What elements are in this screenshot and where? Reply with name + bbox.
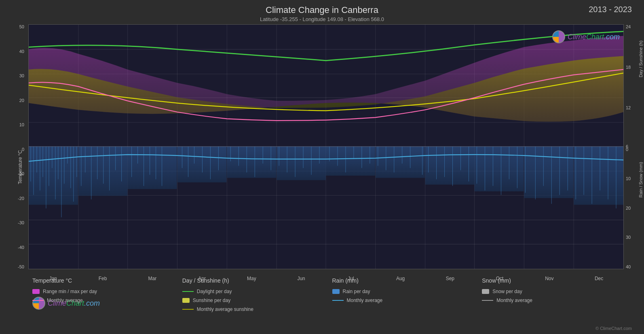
legend-sunshine: Day / Sunshine (h) Daylight per day Suns… [182,277,332,330]
logo-watermark-top-right: ClimeChart.com [552,30,620,43]
legend-rain-label: Rain per day [343,289,370,294]
legend-temp-avg-label: Monthly average [47,298,83,303]
y-right-r20: 20 [626,206,631,211]
y-axis-left-label: Temperature °C [17,150,23,184]
legend-sunshine-per-day: Sunshine per day [182,298,332,303]
legend-snow-avg-line [482,300,493,301]
logo-circle-top [552,30,565,43]
svg-rect-23 [128,147,177,189]
chart-area [28,24,624,269]
y-label-50: 50 [19,24,24,29]
legend-temperature-title: Temperature °C [32,277,182,284]
legend-sunshine-swatch [182,298,190,303]
legend-sunshine-label: Sunshine per day [193,298,230,303]
y-right-r10: 10 [626,176,631,181]
y-label-n40: -40 [18,245,24,250]
y-right-sunshine-label: Day / Sunshine (h) [638,40,643,77]
copyright: © ClimeChart.com [595,326,632,331]
svg-rect-22 [78,147,128,196]
svg-rect-31 [524,147,573,198]
legend-snow-label: Snow per day [492,289,522,294]
legend-snow: Snow (mm) Snow per day Monthly average [482,277,632,330]
legend-daylight: Daylight per day [182,289,332,294]
svg-rect-28 [376,147,425,178]
chart-container: Climate Change in Canberra Latitude -35.… [0,0,644,334]
legend-snow-title: Snow (mm) [482,277,632,284]
legend-temp-range-swatch [32,289,40,294]
legend-snow-avg-label: Monthly average [496,298,532,303]
legend-temperature: Temperature °C Range min / max per day M… [32,277,182,330]
svg-rect-24 [177,147,227,183]
legend-temp-avg: Monthly average [32,298,182,303]
chart-year-range: 2013 - 2023 [589,5,632,14]
chart-title: Climate Change in Canberra [0,0,644,15]
legend-snow-avg: Monthly average [482,298,632,303]
legend-rain-per-day: Rain per day [332,289,482,294]
legend-daylight-line [182,291,194,292]
svg-rect-25 [227,147,276,178]
legend: Temperature °C Range min / max per day M… [0,271,644,334]
legend-sunshine-avg: Monthly average sunshine [182,306,332,312]
legend-snow-per-day: Snow per day [482,289,632,294]
legend-sunshine-avg-line [182,309,194,310]
chart-subtitle: Latitude -35.255 - Longitude 149.08 - El… [0,16,644,22]
y-label-30: 30 [19,73,24,78]
logo-text-top: ClimeChart.com [568,33,620,41]
legend-temp-avg-line [32,300,44,301]
y-label-40: 40 [19,49,24,54]
y-right-r30: 30 [626,235,631,240]
svg-rect-30 [475,147,524,191]
svg-rect-27 [326,147,375,176]
legend-rain: Rain (mm) Rain per day Monthly average [332,277,482,330]
legend-rain-title: Rain (mm) [332,277,482,284]
legend-rain-avg-line [332,300,344,301]
y-label-10: 10 [19,122,24,127]
y-right-18: 18 [626,65,631,70]
legend-rain-avg-label: Monthly average [347,298,383,303]
svg-rect-26 [277,147,326,180]
legend-temp-range: Range min / max per day [32,289,182,294]
legend-rain-swatch [332,289,340,294]
y-axis-left-container: 50 40 30 20 10 0 -10 -20 -30 -40 -50 [0,24,27,269]
svg-rect-29 [425,147,475,185]
y-right-rain-label: Rain / Snow (mm) [638,162,643,198]
y-label-n50: -50 [18,264,24,269]
legend-snow-swatch [482,289,489,294]
legend-sunshine-title: Day / Sunshine (h) [182,277,332,284]
legend-daylight-label: Daylight per day [197,289,232,294]
y-right-24: 24 [626,24,631,29]
y-label-20: 20 [19,98,24,103]
y-right-12: 12 [626,105,631,110]
y-label-n20: -20 [18,196,24,201]
y-right-r40: 40 [626,264,631,269]
legend-temp-range-label: Range min / max per day [43,289,97,294]
y-right-0: 0 [626,147,628,152]
y-label-n30: -30 [18,220,24,225]
legend-rain-avg: Monthly average [332,298,482,303]
legend-sunshine-avg-label: Monthly average sunshine [197,306,253,312]
